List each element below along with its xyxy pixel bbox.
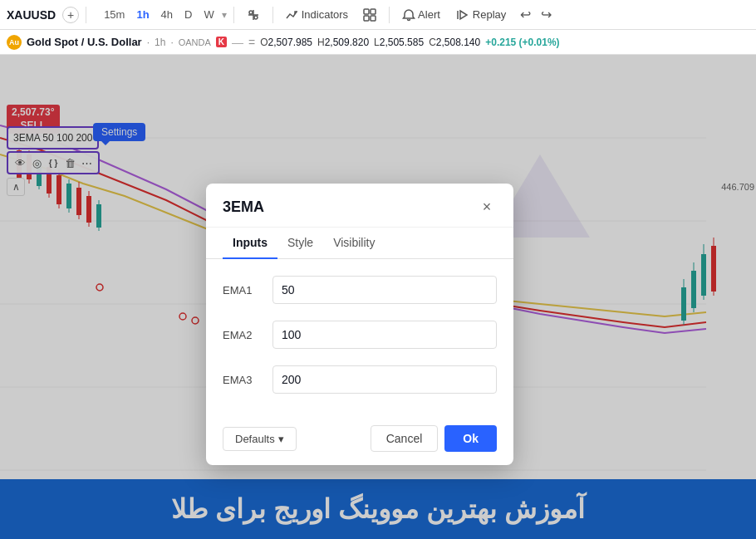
svg-point-1 [254,16,258,19]
k-badge: K [216,37,227,47]
modal-header: 3EMA × [206,184,513,228]
compare-button[interactable] [241,6,266,24]
redo-button[interactable]: ↪ [537,4,556,25]
svg-point-0 [249,11,253,14]
minus-icon: — [232,36,243,49]
exchange-name: OANDA [179,37,211,47]
ema3-label: EMA3 [223,374,272,386]
equals-icon: = [248,36,255,49]
tf-1h[interactable]: 1h [132,7,153,22]
defaults-button[interactable]: Defaults ▾ [223,427,297,451]
exchange-label: · [170,37,173,48]
modal-tabs: Inputs Style Visibility [206,228,513,259]
modal-body: EMA1 EMA2 EMA3 [206,259,513,419]
open-price: O2,507.985 [260,37,312,48]
undo-redo-group: ↩ ↪ [516,4,556,25]
low-price: L2,505.585 [374,37,424,48]
indicators-label: Indicators [302,8,348,21]
tab-inputs[interactable]: Inputs [223,228,277,259]
svg-rect-4 [364,16,369,21]
svg-rect-5 [371,16,376,21]
divider-1 [86,7,86,23]
divider-3 [272,7,273,23]
ema1-row: EMA1 [223,276,497,304]
symbol-logo: Au [7,35,22,50]
svg-rect-3 [371,9,376,14]
defaults-chevron-icon: ▾ [278,433,284,445]
add-symbol-button[interactable]: + [62,7,79,23]
divider-4 [389,7,390,23]
ema3-input[interactable] [272,365,497,394]
close-price: C2,508.140 [429,37,480,48]
modal-footer: Defaults ▾ Cancel Ok [206,419,513,465]
tf-dropdown-icon[interactable]: ▾ [222,9,227,21]
alert-label: Alert [418,8,440,21]
tf-15m[interactable]: 15m [100,7,129,22]
ema1-input[interactable] [272,276,497,304]
svg-marker-6 [460,11,467,19]
ema2-input[interactable] [272,321,497,349]
symbol-full-name[interactable]: Gold Spot / U.S. Dollar [27,36,142,48]
indicators-button[interactable]: Indicators [280,6,354,24]
tab-visibility[interactable]: Visibility [323,228,385,259]
tab-style[interactable]: Style [277,228,323,259]
interval-label: · [147,37,150,48]
cancel-button[interactable]: Cancel [371,425,439,452]
ema2-row: EMA2 [223,321,497,349]
tf-W[interactable]: W [199,7,218,22]
ema2-label: EMA2 [223,329,272,341]
top-toolbar: XAUUSD + 15m 1h 4h D W ▾ Indicators Aler… [0,0,756,30]
undo-button[interactable]: ↩ [516,4,535,25]
divider-2 [233,7,234,23]
chart-area: DigiTraderz.com 2,507.73° SELL 3EMA 50 1… [0,55,756,539]
tf-D[interactable]: D [180,7,196,22]
replay-button[interactable]: Replay [449,6,513,24]
alert-button[interactable]: Alert [396,6,446,24]
high-price: H2,509.820 [317,37,369,48]
symbol-name[interactable]: XAUUSD [7,8,56,22]
price-change: +0.215 (+0.01%) [485,37,559,48]
modal-title: 3EMA [223,198,264,216]
svg-rect-2 [364,9,369,14]
ema3-row: EMA3 [223,365,497,394]
ok-button[interactable]: Ok [444,425,497,452]
tf-4h[interactable]: 4h [157,7,177,22]
timeframe-group: 15m 1h 4h D W ▾ [100,7,227,22]
ema1-label: EMA1 [223,284,272,296]
symbol-bar: Au Gold Spot / U.S. Dollar · 1h · OANDA … [0,30,756,55]
ohlc-data: O2,507.985 H2,509.820 L2,505.585 C2,508.… [260,37,559,48]
replay-label: Replay [473,8,506,21]
settings-modal: 3EMA × Inputs Style Visibility EMA1 EMA2… [206,184,513,465]
templates-button[interactable] [357,6,382,24]
footer-actions: Cancel Ok [371,425,497,452]
modal-close-button[interactable]: × [477,197,497,217]
interval-value: 1h [155,37,165,48]
